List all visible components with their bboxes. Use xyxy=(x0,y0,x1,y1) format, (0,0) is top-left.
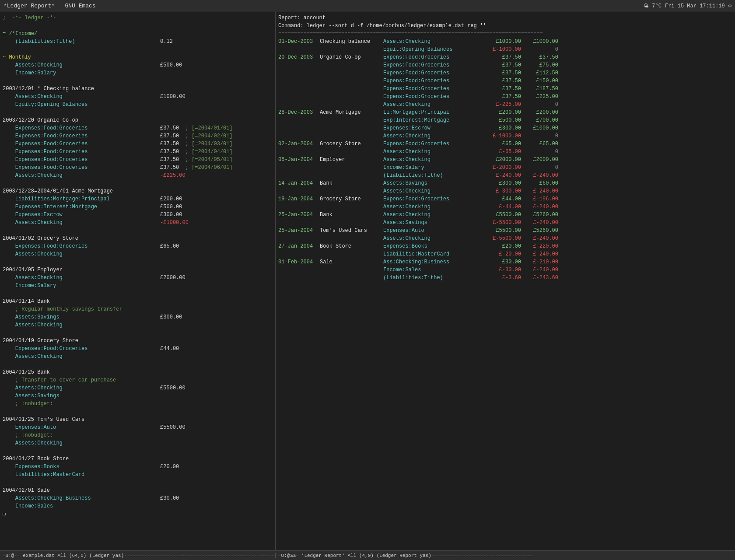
left-pane[interactable]: ; -*- ledger -*- = /*Income/ (Liabilitie… xyxy=(0,12,276,550)
left-line: Expenses:Food:Groceries £37.50 ; [=2004/… xyxy=(3,164,273,172)
left-line: 2004/01/19 Grocery Store xyxy=(3,337,273,345)
left-line: Expenses:Food:Groceries £65.00 xyxy=(3,242,273,250)
left-line: Expenses:Food:Groceries £37.50 ; [=2004/… xyxy=(3,124,273,132)
left-line: 2004/02/01 Sale xyxy=(3,486,273,494)
titlebar: *Ledger Report* - GNU Emacs 🌤 7°C Fri 15… xyxy=(0,0,735,12)
main-area: ; -*- ledger -*- = /*Income/ (Liabilitie… xyxy=(0,12,735,550)
left-line: Assets:Checking xyxy=(3,353,273,360)
left-line xyxy=(3,46,273,53)
left-line: Expenses:Food:Groceries £37.50 ; [=2004/… xyxy=(3,140,273,148)
report-row: Expenses:Escrow£300.00£1000.00 xyxy=(278,124,732,132)
report-row: Assets:Checking£-44.00£-240.00 xyxy=(278,203,732,211)
report-row: Assets:Checking£-300.00£-240.00 xyxy=(278,187,732,195)
left-line: Expenses:Interest:Mortgage £500.00 xyxy=(3,203,273,211)
settings-icon[interactable]: ⚙ xyxy=(728,3,732,9)
left-line: Expenses:Food:Groceries £44.00 xyxy=(3,345,273,353)
report-row: Expens:Food:Groceries£37.50£112.50 xyxy=(278,69,732,77)
report-row: 27-Jan-2004Book StoreExpenses:Books£20.0… xyxy=(278,242,732,250)
left-line xyxy=(3,329,273,337)
left-line xyxy=(3,77,273,85)
left-line: Assets:Checking xyxy=(3,321,273,329)
report-row: 20-Dec-2003Organic Co-opExpens:Food:Groc… xyxy=(278,53,732,61)
report-row: Expens:Food:Groceries£37.50£187.50 xyxy=(278,85,732,93)
left-line xyxy=(3,179,273,187)
report-row: 05-Jan-2004EmployerAssets:Checking£2000.… xyxy=(278,156,732,164)
report-row: Expens:Food:Groceries£37.50£75.00 xyxy=(278,61,732,69)
left-line: 2004/01/27 Book Store xyxy=(3,455,273,463)
report-entries: 01-Dec-2003Checking balanceAssets:Checki… xyxy=(278,38,732,282)
left-line: Income:Salary xyxy=(3,69,273,77)
left-line: Assets:Checking:Business £30.00 xyxy=(3,494,273,502)
left-line: ; Regular monthly savings transfer xyxy=(3,305,273,313)
status-right: -U:@%%- *Ledger Report* All (4,0) (Ledge… xyxy=(276,553,735,558)
left-line: Assets:Checking £500.00 xyxy=(3,61,273,69)
left-line: Liabilities:MasterCard xyxy=(3,471,273,479)
report-row: 25-Jan-2004Tom's Used CarsExpenses:Auto£… xyxy=(278,227,732,234)
left-line: ; :nobudget: xyxy=(3,400,273,408)
report-row: Expens:Food:Groceries£37.50£150.00 xyxy=(278,77,732,85)
left-line: 2004/01/25 Tom's Used Cars xyxy=(3,416,273,424)
report-row: (Liabilities:Tithe)£-240.00£-240.00 xyxy=(278,172,732,179)
report-row: Expens:Food:Groceries£37.50£225.00 xyxy=(278,93,732,101)
left-line: Assets:Checking -£1000.00 xyxy=(3,219,273,227)
left-line xyxy=(3,108,273,116)
left-line: ; Transfer to cover car purchase xyxy=(3,376,273,384)
report-row: 19-Jan-2004Grocery StoreExpens:Food:Groc… xyxy=(278,195,732,203)
report-row: Assets:Checking£-225.000 xyxy=(278,101,732,108)
left-line: Expenses:Food:Groceries £37.50 ; [=2004/… xyxy=(3,156,273,164)
left-line: Assets:Checking £2000.00 xyxy=(3,274,273,282)
report-row: 14-Jan-2004BankAssets:Savings£300.00£60.… xyxy=(278,179,732,187)
left-line: Expenses:Books £20.00 xyxy=(3,463,273,471)
status-left: -U:@-- example.dat All (64,0) (Ledger ya… xyxy=(0,553,276,558)
status-bar: -U:@-- example.dat All (64,0) (Ledger ya… xyxy=(0,550,735,560)
report-row: Income:Salary£-2000.000 xyxy=(278,164,732,172)
weather-display: 🌤 7°C xyxy=(644,3,662,9)
left-line: Assets:Savings £300.00 xyxy=(3,313,273,321)
report-row: Assets:Checking£-1000.000 xyxy=(278,132,732,140)
left-line xyxy=(3,408,273,416)
left-line: (Liabilities:Tithe) 0.12 xyxy=(3,38,273,46)
left-line: ◻ xyxy=(3,510,273,518)
left-line xyxy=(3,447,273,455)
report-row: 01-Dec-2003Checking balanceAssets:Checki… xyxy=(278,38,732,46)
report-row: Exp:Interest:Mortgage£500.00£700.00 xyxy=(278,116,732,124)
report-row: (Liabilities:Tithe)£-3.60£-243.60 xyxy=(278,274,732,282)
left-pane-content: ; -*- ledger -*- = /*Income/ (Liabilitie… xyxy=(3,14,273,518)
clock-display: Fri 15 Mar 17:11:19 xyxy=(665,3,725,9)
titlebar-left: *Ledger Report* - GNU Emacs xyxy=(4,3,96,9)
left-line: 2003/12/20 Organic Co-op xyxy=(3,116,273,124)
left-line: Assets:Savings xyxy=(3,392,273,400)
left-line xyxy=(3,360,273,368)
report-row: 02-Jan-2004Grocery StoreExpens:Food:Groc… xyxy=(278,140,732,148)
left-line: Expenses:Food:Groceries £37.50 ; [=2004/… xyxy=(3,132,273,140)
left-line: 2004/01/14 Bank xyxy=(3,298,273,305)
report-label: Report: account xyxy=(278,14,732,22)
left-line: 2004/01/25 Bank xyxy=(3,368,273,376)
left-line: Expenses:Auto £5500.00 xyxy=(3,424,273,431)
left-line: 2004/01/05 Employer xyxy=(3,266,273,274)
left-line: Liabilities:Mortgage:Principal £200.00 xyxy=(3,195,273,203)
left-line: Assets:Checking -£225.00 xyxy=(3,172,273,179)
left-line xyxy=(3,22,273,30)
report-separator: ========================================… xyxy=(278,30,732,38)
left-line xyxy=(3,258,273,266)
left-line xyxy=(3,290,273,298)
left-line: = /*Income/ xyxy=(3,30,273,38)
left-line: Assets:Checking £1000.00 xyxy=(3,93,273,101)
left-line: ; :nobudget: xyxy=(3,431,273,439)
left-line xyxy=(3,479,273,486)
left-line: ; -*- ledger -*- xyxy=(3,14,273,22)
left-line: ~ Monthly xyxy=(3,53,273,61)
left-line: Expenses:Escrow £300.00 xyxy=(3,211,273,219)
report-row: 25-Jan-2004BankAssets:Checking£5500.00£5… xyxy=(278,211,732,219)
left-line: Income:Salary xyxy=(3,282,273,290)
left-line: 2003/12/01 * Checking balance xyxy=(3,85,273,93)
report-command: Command: ledger --sort d -f /home/borbus… xyxy=(278,22,732,30)
left-line: Expenses:Food:Groceries £37.50 ; [=2004/… xyxy=(3,148,273,156)
right-pane[interactable]: Report: account Command: ledger --sort d… xyxy=(276,12,735,550)
left-line: 2004/01/02 Grocery Store xyxy=(3,234,273,242)
report-header: Report: account Command: ledger --sort d… xyxy=(278,14,732,38)
report-row: Assets:Savings£-5500.00£-240.00 xyxy=(278,219,732,227)
report-row: Equit:Opening Balances£-1000.000 xyxy=(278,46,732,53)
report-row: Income:Sales£-30.00£-240.00 xyxy=(278,266,732,274)
